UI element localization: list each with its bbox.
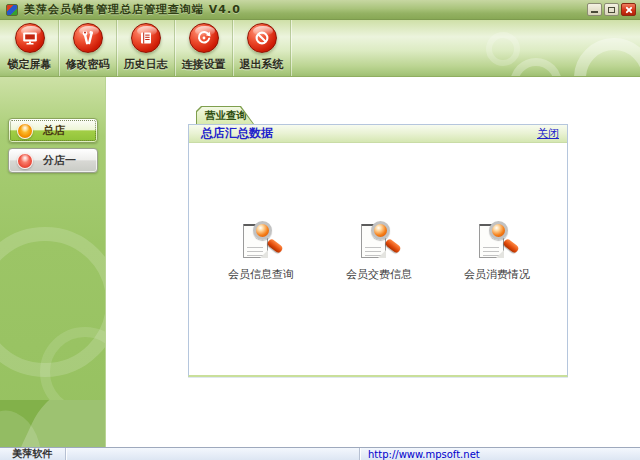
history-log-button[interactable]: 历史日志: [117, 20, 175, 77]
app-icon: [6, 4, 18, 16]
store-sphere-icon: [17, 153, 33, 169]
connection-settings-button[interactable]: 连接设置: [175, 20, 233, 77]
query-item-label: 会员交费信息: [346, 267, 412, 282]
main-content: 营业查询 总店汇总数据 关闭: [106, 77, 640, 447]
summary-panel: 总店汇总数据 关闭 会员信息查询: [188, 124, 568, 377]
document-magnifier-icon: [359, 221, 399, 263]
panel-body: 会员信息查询 会员交费信息: [189, 143, 567, 374]
tool-label: 锁定屏幕: [8, 57, 52, 72]
restore-icon: [608, 7, 615, 13]
tool-label: 退出系统: [240, 57, 284, 72]
panel-header: 总店汇总数据 关闭: [189, 125, 567, 143]
lock-screen-monitor-icon: [15, 23, 45, 53]
member-payment-info-item[interactable]: 会员交费信息: [324, 221, 434, 282]
close-button[interactable]: [621, 3, 636, 16]
titlebar: 美萍会员销售管理总店管理查询端 V4.0: [0, 0, 640, 20]
member-consumption-item[interactable]: 会员消费情况: [442, 221, 552, 282]
lock-screen-button[interactable]: 锁定屏幕: [1, 20, 59, 77]
tool-label: 历史日志: [124, 57, 168, 72]
tab-label: 营业查询: [197, 109, 247, 123]
close-link[interactable]: 关闭: [537, 126, 559, 141]
window-controls: [587, 3, 636, 16]
status-bar: 美萍软件 http://www.mpsoft.net: [0, 447, 640, 460]
exit-system-no-entry-icon: [247, 23, 277, 53]
document-magnifier-icon: [477, 221, 517, 263]
sidebar-footer-decor: [0, 400, 106, 447]
sidebar-item-label: 总店: [43, 123, 65, 138]
sidebar-item-branch-one[interactable]: 分店一: [8, 148, 98, 173]
exit-system-button[interactable]: 退出系统: [233, 20, 291, 77]
status-url: http://www.mpsoft.net: [360, 448, 640, 460]
sidebar: 总店 分店一: [0, 77, 106, 447]
status-company: 美萍软件: [0, 448, 66, 460]
sidebar-item-head-office[interactable]: 总店: [8, 118, 98, 143]
minimize-icon: [591, 11, 598, 13]
query-item-label: 会员消费情况: [464, 267, 530, 282]
window-title: 美萍会员销售管理总店管理查询端 V4.0: [24, 2, 241, 17]
member-info-query-item[interactable]: 会员信息查询: [206, 221, 316, 282]
query-item-label: 会员信息查询: [228, 267, 294, 282]
change-password-tools-icon: [73, 23, 103, 53]
sidebar-item-label: 分店一: [43, 153, 76, 168]
connection-settings-refresh-icon: [189, 23, 219, 53]
status-spacer: [66, 448, 360, 460]
panel-title: 总店汇总数据: [201, 125, 273, 142]
store-sphere-icon: [17, 123, 33, 139]
tool-label: 修改密码: [66, 57, 110, 72]
tab-business-query[interactable]: 营业查询: [196, 106, 254, 124]
history-log-book-icon: [131, 23, 161, 53]
decor-ring-icon: [486, 32, 520, 66]
minimize-button[interactable]: [587, 3, 602, 16]
document-magnifier-icon: [241, 221, 281, 263]
decor-ring-icon: [574, 38, 640, 77]
change-password-button[interactable]: 修改密码: [59, 20, 117, 77]
toolbar: 锁定屏幕 修改密码: [0, 20, 640, 77]
decor-ring-icon: [510, 58, 562, 77]
application-window: 美萍会员销售管理总店管理查询端 V4.0 锁定屏幕: [0, 0, 640, 460]
tool-label: 连接设置: [182, 57, 226, 72]
restore-button[interactable]: [604, 3, 619, 16]
